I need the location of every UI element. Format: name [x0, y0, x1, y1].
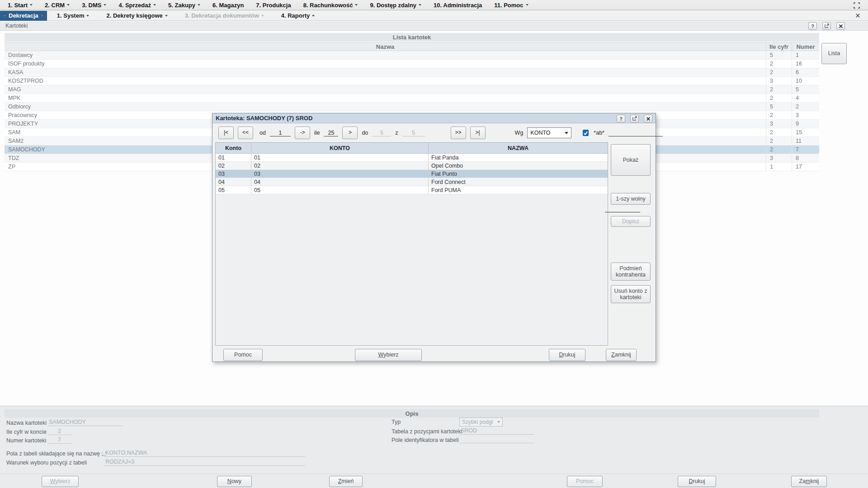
first-page-button[interactable]: |< [218, 127, 234, 139]
active-tab-label: Dekretacja [9, 12, 38, 19]
close-icon[interactable] [854, 12, 861, 19]
menu-item-7-produkcja[interactable]: 7. Produkcja [256, 2, 291, 9]
typ-select[interactable]: Szybki podgl [459, 418, 503, 427]
column-header-konto-full[interactable]: KONTO [251, 143, 428, 153]
dialog-titlebar[interactable]: Kartoteka: SAMOCHODY (7) SROD ? [212, 113, 656, 123]
pomoc-button[interactable]: Pomoc [567, 476, 603, 487]
dialog-open-in-new-window-button[interactable] [630, 115, 639, 122]
menu-item-6-magazyn[interactable]: 6. Magazyn [212, 2, 244, 9]
dopisz-button[interactable]: Dopisz [611, 216, 651, 227]
tab-dekretacja[interactable]: · Dekretacja · [0, 11, 47, 21]
first-free-button[interactable]: 1-szy wolny [611, 193, 651, 205]
dialog-close-button[interactable] [644, 115, 652, 122]
dialog-table-row-fiat-punto[interactable]: 0303Fiat Punto [216, 170, 608, 178]
menu-item-9-dostęp-zdalny[interactable]: 9. Dostęp zdalny [370, 2, 421, 9]
kartoteka-dialog: Kartoteka: SAMOCHODY (7) SROD ? |< << od… [212, 113, 656, 362]
nowy-button[interactable]: Nowy [217, 476, 252, 487]
dialog-table-row-opel-combo[interactable]: 0202Opel Combo [216, 162, 608, 170]
cell: 05 [251, 186, 428, 194]
zamknij-dialog-button[interactable]: Zamknij [606, 349, 637, 361]
cell: Fiat Punto [428, 170, 608, 178]
cell: 2 [766, 60, 792, 68]
cell: 4 [792, 94, 819, 102]
od-input[interactable] [270, 130, 291, 136]
menu-item-label: 7. Produkcja [256, 2, 291, 9]
column-header-numer[interactable]: Numer [792, 42, 819, 51]
column-header-nazwa[interactable]: Nazwa [5, 42, 766, 51]
help-button[interactable]: ? [808, 22, 817, 30]
menu-item-1-start[interactable]: 1. Start [8, 2, 33, 9]
table-row-dostawcy[interactable]: Dostawcy51 [5, 51, 819, 60]
field-value: KONTO;NAZWA [104, 450, 305, 457]
submenu-item-1-system[interactable]: 1. System [57, 12, 90, 19]
panel-title: Kartoteki [0, 23, 28, 29]
menu-item-4-sprzedaż[interactable]: 4. Sprzedaż [118, 2, 156, 9]
next-block-button[interactable]: >> [451, 127, 466, 139]
open-in-new-window-button[interactable] [822, 22, 831, 30]
drukuj-button[interactable]: Drukuj [678, 476, 716, 487]
close-button[interactable] [836, 22, 845, 30]
menu-item-label: 3. DMS [82, 2, 101, 9]
cell: 10 [792, 77, 819, 85]
cell: 5 [766, 103, 792, 111]
menu-item-10-administracja[interactable]: 10. Administracja [434, 2, 482, 9]
wg-select[interactable]: KONTO [527, 127, 571, 138]
field-ile-cyfr-w-koncie: Ile cyfr w koncie 2 [6, 428, 71, 435]
cell: 1 [792, 51, 819, 59]
lista-button[interactable]: Lista [821, 43, 847, 64]
podmien-kontrahenta-button[interactable]: Podmień kontrahenta [611, 263, 651, 281]
cell: 03 [251, 170, 428, 178]
submenu-item-2-dekrety-księgowe[interactable]: 2. Dekrety księgowe [106, 12, 167, 19]
column-header-nazwa[interactable]: NAZWA [428, 143, 608, 153]
last-page-button[interactable]: >| [470, 127, 486, 139]
table-row-kosztprod[interactable]: KOSZTPROD310 [5, 77, 819, 85]
zamknij-button[interactable]: Zamknij [791, 476, 827, 487]
pomoc-dialog-button[interactable]: Pomoc [223, 349, 263, 361]
table-row-odbiorcy[interactable]: Odbiorcy52 [5, 103, 819, 111]
dialog-help-button[interactable]: ? [617, 115, 625, 122]
next-button[interactable]: > [342, 127, 358, 139]
menu-item-label: 10. Administracja [434, 2, 482, 9]
menu-item-2-crm[interactable]: 2. CRM [45, 2, 70, 9]
menu-item-11-pomoc[interactable]: 11. Pomoc [494, 2, 528, 9]
zmień-button[interactable]: Zmień [329, 476, 363, 487]
menu-item-8-rachunkowość[interactable]: 8. Rachunkowość [303, 2, 358, 9]
column-header-konto[interactable]: Konto [216, 143, 251, 153]
table-row-mag[interactable]: MAG25 [5, 85, 819, 94]
cell: KOSZTPROD [5, 77, 766, 85]
field-value: RODZAJ=3 [104, 459, 305, 466]
dialog-table-header: Konto KONTO NAZWA [216, 143, 608, 154]
ab-checkbox[interactable] [583, 130, 589, 136]
menu-item-5-zakupy[interactable]: 5. Zakupy [168, 2, 200, 9]
goto-button[interactable]: -> [295, 127, 310, 139]
dialog-table-row-ford-puma[interactable]: 0505Ford PUMA [216, 186, 608, 194]
ab-filter-input[interactable] [609, 130, 663, 136]
wybierz-button[interactable]: Wybierz [42, 476, 79, 487]
submenu-item-4-raporty[interactable]: 4. Raporty [281, 12, 315, 19]
close-icon [646, 117, 651, 121]
cell: 9 [792, 120, 819, 128]
ile-input[interactable] [324, 130, 338, 136]
pokaz-button[interactable]: Pokaż [611, 144, 651, 176]
table-row-mpk[interactable]: MPK24 [5, 94, 819, 103]
cell: 03 [216, 170, 251, 178]
check-icon [583, 131, 588, 136]
usun-konto-button[interactable]: Usuń konto z kartoteki [611, 285, 651, 303]
prev-page-button[interactable]: << [238, 127, 253, 139]
menu-item-3-dms[interactable]: 3. DMS [82, 2, 106, 9]
dialog-table-row-ford-connect[interactable]: 0404Ford Connect [216, 178, 608, 186]
cell: Odbiorcy [5, 103, 766, 111]
chevron-down-icon [526, 4, 528, 6]
fullscreen-icon[interactable] [853, 2, 860, 9]
field-numer-kartoteki: Numer kartoteki 7 [6, 436, 71, 444]
pagination-row: |< << od -> ile > do z >> >| Wg KONTO *a… [212, 123, 656, 142]
drukuj-dialog-button[interactable]: Drukuj [549, 349, 585, 361]
column-header-ile-cyfr[interactable]: Ile cyfr [766, 42, 792, 51]
table-row-kasa[interactable]: KASA26 [5, 68, 819, 77]
chevron-down-icon [355, 4, 358, 6]
table-row-isof-produkty[interactable]: ISOF produkty216 [5, 60, 819, 68]
ile-label: ile [314, 130, 320, 136]
cell: 3 [766, 154, 792, 162]
dialog-table-row-fiat-panda[interactable]: 0101Fiat Panda [216, 154, 608, 162]
wybierz-dialog-button[interactable]: Wybierz [355, 349, 422, 361]
